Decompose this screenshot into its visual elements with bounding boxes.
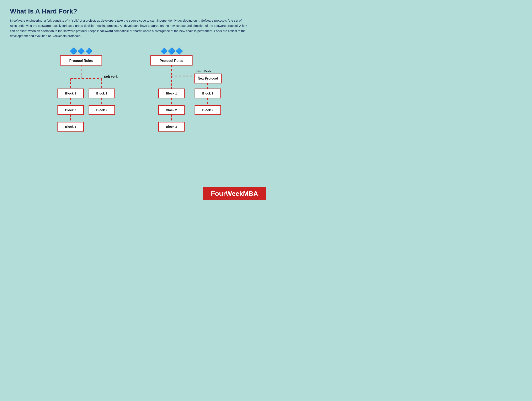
right-protocol-label: Protocol Rules [160,59,183,62]
soft-fork-diagram: 🔷🔷🔷 Protocol Rules Soft Fork Block 1 [44,45,119,167]
hard-fork-svg: 🔷🔷🔷 Protocol Rules Hard Fork New Protoco… [135,45,222,166]
right-block-icons: 🔷🔷🔷 [160,47,183,55]
hf-left-block1-label: Block 1 [166,92,177,95]
left-block2-label: Block 2 [65,108,76,112]
hf-left-block2-label: Block 2 [166,108,177,112]
description-text: In software engineering, a fork consists… [10,18,249,39]
left-block1-label: Block 1 [65,92,76,95]
right-block1-label: Block 1 [96,92,107,95]
right-block2-label: Block 2 [96,108,107,112]
hf-right-block2-label: Block 2 [202,108,213,112]
left-block-icons: 🔷🔷🔷 [70,47,93,55]
hard-fork-diagram: 🔷🔷🔷 Protocol Rules Hard Fork New Protoco… [135,45,222,167]
soft-fork-svg: 🔷🔷🔷 Protocol Rules Soft Fork Block 1 [44,45,119,166]
page-title: What Is A Hard Fork? [10,7,256,15]
left-block3-label: Block 3 [65,125,76,128]
new-protocol-label: New Protocol [198,77,218,80]
hf-right-block1-label: Block 1 [202,92,213,95]
footer: FourWeekMBA [203,187,266,200]
footer-brand: FourWeekMBA [211,190,258,197]
left-protocol-label: Protocol Rules [70,59,93,62]
soft-fork-label: Soft Fork [104,75,118,78]
diagram-area: 🔷🔷🔷 Protocol Rules Soft Fork Block 1 [10,45,256,171]
hard-fork-label: Hard Fork [196,69,211,73]
hf-left-block3-label: Block 3 [166,125,177,128]
